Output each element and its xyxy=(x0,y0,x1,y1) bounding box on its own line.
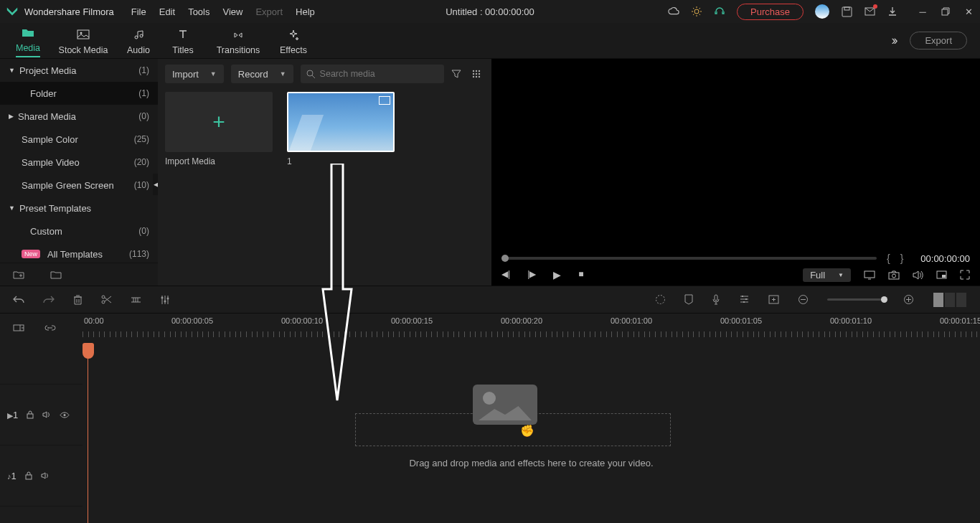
svg-rect-18 xyxy=(889,273,899,279)
playhead[interactable] xyxy=(83,343,94,359)
voiceover-icon[interactable] xyxy=(712,294,720,306)
search-box[interactable] xyxy=(301,65,444,83)
sidebar-preset-templates[interactable]: ▼Preset Templates xyxy=(0,197,158,220)
tab-effects[interactable]: Effects xyxy=(271,27,316,55)
sidebar-sample-video[interactable]: Sample Video(20) xyxy=(0,151,158,174)
sidebar-sample-color[interactable]: Sample Color(25) xyxy=(0,128,158,151)
module-tabs: Media Stock Media Audio Titles Transitio… xyxy=(0,23,980,59)
adjust-icon[interactable] xyxy=(160,295,170,305)
link-icon[interactable] xyxy=(44,324,56,331)
record-dropdown[interactable]: Record▼ xyxy=(231,65,293,83)
add-marker-icon[interactable] xyxy=(768,295,779,304)
media-toolbar: Import▼ Record▼ xyxy=(165,65,484,83)
tips-icon[interactable] xyxy=(691,6,702,17)
render-icon[interactable] xyxy=(655,294,666,305)
lock-icon[interactable] xyxy=(27,410,34,419)
mark-in-icon[interactable]: { xyxy=(887,253,890,264)
minimize-icon[interactable]: ─ xyxy=(917,6,928,17)
media-thumbnails: + Import Media 1 xyxy=(165,92,484,166)
cloud-icon[interactable] xyxy=(668,6,679,17)
timeline-view-toggle[interactable] xyxy=(933,293,967,307)
maximize-icon[interactable] xyxy=(940,6,951,17)
prev-frame-icon[interactable]: ◀| xyxy=(501,269,510,281)
sidebar-shared-media[interactable]: ▶Shared Media(0) xyxy=(0,105,158,128)
svg-point-25 xyxy=(164,300,166,302)
user-avatar[interactable] xyxy=(815,4,829,19)
marker-icon[interactable] xyxy=(684,294,693,305)
more-tabs-icon[interactable]: ›› xyxy=(891,33,895,48)
import-media-tile[interactable]: + Import Media xyxy=(165,92,273,166)
mixer-icon[interactable] xyxy=(739,295,750,304)
timeline-body: ▶1 ♪1 ✊ Drag and drop media and effects … xyxy=(0,341,980,523)
lock-icon[interactable] xyxy=(25,471,32,480)
svg-point-6 xyxy=(80,32,83,34)
new-badge: New xyxy=(22,250,40,258)
crop-icon[interactable] xyxy=(131,295,141,305)
stop-icon[interactable]: ■ xyxy=(578,269,583,281)
preview-timecode: 00:00:00:00 xyxy=(920,253,970,264)
menu-view[interactable]: View xyxy=(222,6,242,17)
sidebar-footer xyxy=(0,263,158,286)
filter-icon[interactable] xyxy=(451,69,464,79)
message-icon[interactable] xyxy=(864,6,875,17)
timeline-ruler[interactable]: 00:00 00:00:00:05 00:00:00:10 00:00:00:1… xyxy=(83,314,980,341)
new-folder-icon[interactable] xyxy=(13,270,24,279)
mark-out-icon[interactable]: } xyxy=(900,253,904,264)
sidebar-sample-green[interactable]: Sample Green Screen(10) xyxy=(0,174,158,197)
purchase-button[interactable]: Purchase xyxy=(737,4,804,20)
play-icon[interactable]: ▶ xyxy=(553,269,561,281)
media-clip-1[interactable]: 1 xyxy=(287,92,395,166)
svg-point-9 xyxy=(476,70,477,72)
tab-audio[interactable]: Audio xyxy=(116,27,161,55)
split-icon[interactable] xyxy=(101,294,112,305)
sidebar-folder[interactable]: Folder(1) xyxy=(0,82,158,105)
tab-transitions[interactable]: Transitions xyxy=(205,27,271,55)
video-track-header[interactable]: ▶1 xyxy=(0,385,83,446)
scrub-track[interactable] xyxy=(501,257,877,260)
tab-titles[interactable]: Titles xyxy=(161,27,205,55)
download-icon[interactable] xyxy=(887,6,898,17)
quality-dropdown[interactable]: Full▼ xyxy=(803,268,851,282)
menu-edit[interactable]: Edit xyxy=(159,6,175,17)
export-button[interactable]: Export xyxy=(910,32,967,50)
folder-icon[interactable] xyxy=(50,270,62,279)
zoom-in-icon[interactable] xyxy=(903,294,914,305)
svg-point-12 xyxy=(476,73,477,75)
timeline-header-left xyxy=(0,314,83,341)
menu-help[interactable]: Help xyxy=(296,6,315,17)
svg-point-22 xyxy=(102,296,105,298)
import-dropdown[interactable]: Import▼ xyxy=(165,65,224,83)
audio-track-header[interactable]: ♪1 xyxy=(0,446,83,506)
visibility-icon[interactable] xyxy=(60,412,70,418)
tab-stock-media[interactable]: Stock Media xyxy=(50,27,116,55)
next-frame-icon[interactable]: |▶ xyxy=(527,269,536,281)
undo-icon[interactable] xyxy=(13,295,24,305)
svg-point-14 xyxy=(473,76,474,77)
sidebar-project-media[interactable]: ▼Project Media(1) xyxy=(0,59,158,82)
mute-icon[interactable] xyxy=(41,472,50,479)
pip-icon[interactable] xyxy=(936,270,947,279)
save-icon[interactable] xyxy=(841,6,852,17)
mute-icon[interactable] xyxy=(42,411,51,418)
tab-media[interactable]: Media xyxy=(6,24,50,57)
zoom-out-icon[interactable] xyxy=(798,294,809,305)
fullscreen-icon[interactable] xyxy=(960,270,970,280)
support-icon[interactable] xyxy=(714,6,725,17)
display-icon[interactable] xyxy=(864,270,875,280)
menu-tools[interactable]: Tools xyxy=(188,6,209,17)
close-icon[interactable]: ✕ xyxy=(963,6,974,17)
search-input[interactable] xyxy=(320,69,438,79)
auto-ripple-icon[interactable] xyxy=(13,323,24,333)
zoom-slider[interactable] xyxy=(827,298,885,301)
grid-view-icon[interactable] xyxy=(471,69,484,79)
sidebar-custom[interactable]: Custom(0) xyxy=(0,220,158,242)
snapshot-icon[interactable] xyxy=(888,270,900,280)
svg-point-11 xyxy=(473,73,474,75)
sidebar-collapse[interactable]: ◀ xyxy=(153,174,158,195)
delete-icon[interactable] xyxy=(73,294,83,305)
timeline-tracks[interactable]: ✊ Drag and drop media and effects here t… xyxy=(83,341,980,523)
redo-icon[interactable] xyxy=(43,295,55,305)
image-icon xyxy=(50,29,116,42)
menu-file[interactable]: File xyxy=(131,6,146,17)
volume-icon[interactable] xyxy=(913,270,923,280)
